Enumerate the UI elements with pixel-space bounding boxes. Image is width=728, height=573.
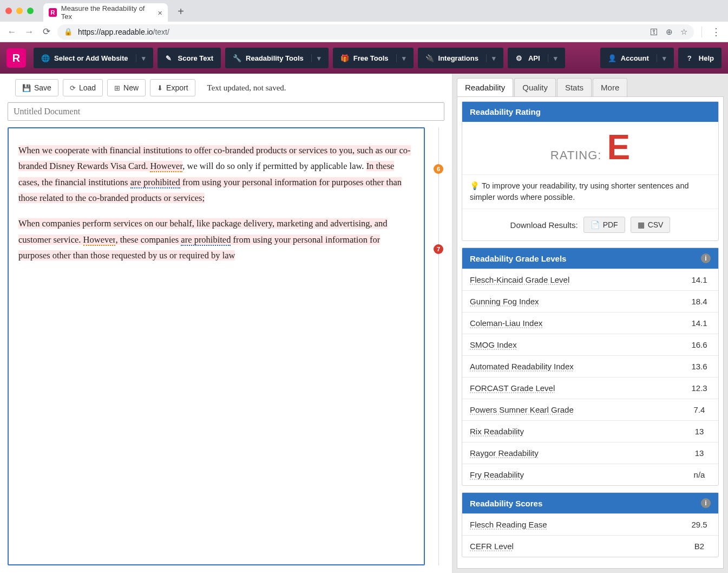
nav-account[interactable]: 👤Account▾ — [600, 48, 674, 68]
new-button[interactable]: ⊞New — [107, 79, 146, 96]
metric-row: Flesch-Kincaid Grade Level14.1 — [462, 269, 718, 291]
document-title-input[interactable] — [8, 102, 444, 121]
metric-value: B2 — [680, 536, 718, 557]
card-header: Readability Scoresi — [462, 493, 718, 513]
metric-name: Rix Readability — [462, 421, 680, 442]
grade-levels-card: Readability Grade Levelsi Flesch-Kincaid… — [462, 248, 719, 486]
metric-row: CEFR LevelB2 — [462, 536, 718, 557]
metric-name: Fry Readability — [462, 464, 680, 486]
metric-value: 13.6 — [680, 356, 718, 377]
grade-levels-table: Flesch-Kincaid Grade Level14.1Gunning Fo… — [462, 269, 718, 485]
nav-website[interactable]: 🌐Select or Add Website▾ — [34, 48, 153, 68]
browser-tab[interactable]: R Measure the Readability of Tex × — [43, 3, 168, 22]
browser-tab-strip: R Measure the Readability of Tex × + — [0, 0, 728, 22]
url-input[interactable]: 🔒 https://app.readable.io/text/ ⚿ ⊕ ☆ — [57, 24, 694, 40]
plug-icon: 🔌 — [425, 54, 433, 62]
save-button[interactable]: 💾Save — [15, 79, 58, 96]
paragraph: When we cooperate with financial institu… — [18, 142, 414, 206]
caret-down-icon: ▾ — [311, 54, 321, 62]
nav-free-tools[interactable]: 🎁Free Tools▾ — [333, 48, 414, 68]
issue-marker[interactable]: 6 — [434, 164, 443, 174]
load-button[interactable]: ⟳Load — [63, 79, 103, 96]
tab-quality[interactable]: Quality — [514, 78, 556, 96]
metric-name: Flesch-Kincaid Grade Level — [462, 269, 680, 291]
minimize-window-icon[interactable] — [16, 8, 23, 14]
nav-integrations[interactable]: 🔌Integrations▾ — [418, 48, 503, 68]
metric-row: Powers Sumner Kearl Grade7.4 — [462, 399, 718, 421]
metric-name: Automated Readability Index — [462, 356, 680, 377]
download-csv-button[interactable]: ▦CSV — [631, 217, 671, 233]
metric-name: FORCAST Grade Level — [462, 377, 680, 399]
metric-name: CEFR Level — [462, 536, 680, 557]
save-icon: 💾 — [22, 84, 31, 92]
back-button[interactable]: ← — [5, 25, 18, 38]
metric-row: Coleman-Liau Index14.1 — [462, 312, 718, 334]
metric-value: n/a — [680, 464, 718, 486]
zoom-icon[interactable]: ⊕ — [666, 27, 673, 37]
app-nav: R 🌐Select or Add Website▾ ✎Score Text 🔧R… — [0, 42, 728, 74]
browser-menu-button[interactable]: ⋮ — [710, 26, 723, 38]
file-icon: 📄 — [591, 220, 600, 229]
rating-letter: E — [607, 134, 630, 161]
app-logo[interactable]: R — [6, 48, 26, 68]
info-icon[interactable]: i — [701, 498, 711, 508]
metric-value: 14.1 — [680, 269, 718, 291]
metric-row: Raygor Readability13 — [462, 442, 718, 464]
favicon-icon: R — [49, 8, 57, 17]
info-icon[interactable]: i — [701, 253, 711, 263]
nav-readability-tools[interactable]: 🔧Readability Tools▾ — [225, 48, 329, 68]
save-status: Text updated, not saved. — [207, 83, 286, 93]
metric-value: 16.6 — [680, 334, 718, 356]
key-icon[interactable]: ⚿ — [650, 27, 658, 37]
metric-row: Gunning Fog Index18.4 — [462, 291, 718, 312]
export-button[interactable]: ⬇Export — [150, 79, 195, 96]
caret-down-icon: ▾ — [486, 54, 496, 62]
nav-score-text[interactable]: ✎Score Text — [158, 48, 221, 68]
metric-row: FORCAST Grade Level12.3 — [462, 377, 718, 399]
download-pdf-button[interactable]: 📄PDF — [583, 217, 625, 233]
tab-readability[interactable]: Readability — [457, 78, 513, 96]
star-icon[interactable]: ☆ — [680, 27, 687, 37]
sidebar-tabs: Readability Quality Stats More — [452, 74, 728, 96]
tab-title: Measure the Readability of Tex — [61, 4, 150, 21]
metric-value: 29.5 — [680, 514, 718, 536]
sidebar-panel: Readability Rating RATING: E 💡To improve… — [457, 96, 724, 569]
nav-api[interactable]: ⚙API▾ — [508, 48, 565, 68]
download-label: Download Results: — [510, 220, 578, 230]
card-header: Readability Rating — [462, 102, 718, 122]
scores-card: Readability Scoresi Flesch Reading Ease2… — [462, 492, 719, 557]
caret-down-icon: ▾ — [396, 54, 406, 62]
tab-stats[interactable]: Stats — [557, 78, 592, 96]
paragraph: When companies perform services on our b… — [18, 216, 414, 263]
rating-card: Readability Rating RATING: E 💡To improve… — [462, 101, 719, 241]
text-editor[interactable]: When we cooperate with financial institu… — [8, 127, 425, 565]
tab-more[interactable]: More — [593, 78, 627, 96]
reload-icon: ⟳ — [70, 84, 76, 92]
metric-value: 18.4 — [680, 291, 718, 312]
gift-icon: 🎁 — [340, 54, 348, 62]
gear-icon: ⚙ — [515, 54, 523, 62]
download-icon: ⬇ — [157, 84, 163, 92]
reload-button[interactable]: ⟳ — [40, 25, 53, 38]
metric-name: SMOG Index — [462, 334, 680, 356]
issue-marker[interactable]: 7 — [434, 244, 443, 254]
nav-help[interactable]: ?Help — [678, 48, 722, 68]
metric-name: Gunning Fog Index — [462, 291, 680, 312]
metric-name: Powers Sumner Kearl Grade — [462, 399, 680, 421]
metric-value: 13 — [680, 421, 718, 442]
close-window-icon[interactable] — [5, 8, 12, 14]
metric-name: Raygor Readability — [462, 442, 680, 464]
url-path: /text/ — [153, 28, 169, 36]
metric-value: 12.3 — [680, 377, 718, 399]
doc-toolbar: 💾Save ⟳Load ⊞New ⬇Export Text updated, n… — [8, 74, 444, 102]
card-header: Readability Grade Levelsi — [462, 248, 718, 269]
help-icon: ? — [686, 54, 693, 62]
lock-icon: 🔒 — [64, 28, 73, 36]
maximize-window-icon[interactable] — [27, 8, 34, 14]
caret-down-icon: ▾ — [548, 54, 558, 62]
forward-button[interactable]: → — [23, 25, 36, 38]
new-tab-button[interactable]: + — [173, 4, 188, 19]
close-tab-icon[interactable]: × — [158, 8, 162, 17]
caret-down-icon: ▾ — [136, 54, 146, 62]
metric-row: Flesch Reading Ease29.5 — [462, 514, 718, 536]
